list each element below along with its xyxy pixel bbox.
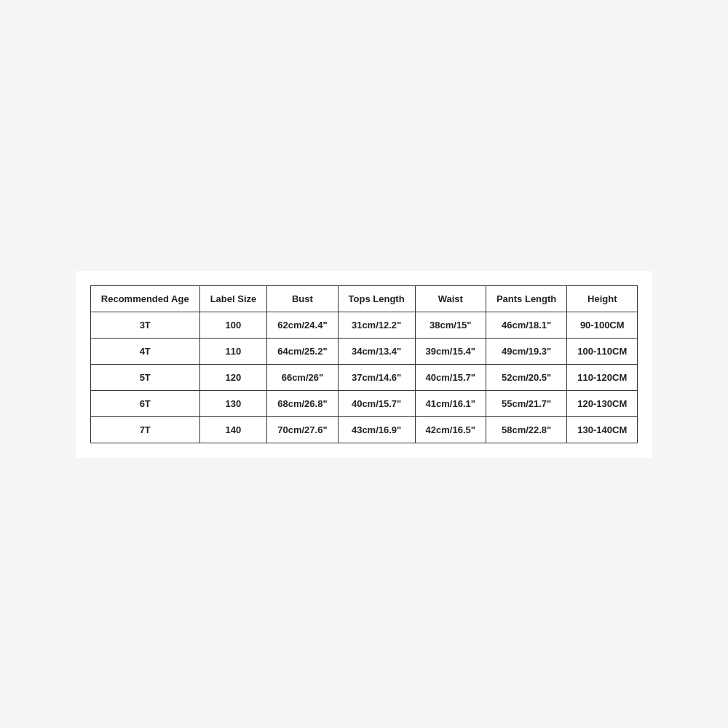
cell-r4-c1: 140 <box>199 416 267 443</box>
cell-r1-c0: 4T <box>90 338 199 364</box>
header-col-0: Recommended Age <box>90 285 199 312</box>
cell-r0-c3: 31cm/12.2" <box>338 312 415 338</box>
cell-r1-c3: 34cm/13.4" <box>338 338 415 364</box>
cell-r1-c5: 49cm/19.3" <box>486 338 566 364</box>
cell-r1-c2: 64cm/25.2" <box>267 338 338 364</box>
cell-r0-c6: 90-100CM <box>567 312 638 338</box>
cell-r3-c4: 41cm/16.1" <box>415 390 486 416</box>
cell-r2-c1: 120 <box>199 364 267 390</box>
cell-r2-c2: 66cm/26" <box>267 364 338 390</box>
cell-r3-c2: 68cm/26.8" <box>267 390 338 416</box>
table-body: 3T10062cm/24.4"31cm/12.2"38cm/15"46cm/18… <box>90 312 637 443</box>
cell-r3-c1: 130 <box>199 390 267 416</box>
cell-r2-c3: 37cm/14.6" <box>338 364 415 390</box>
cell-r4-c2: 70cm/27.6" <box>267 416 338 443</box>
table-row: 3T10062cm/24.4"31cm/12.2"38cm/15"46cm/18… <box>90 312 637 338</box>
header-col-1: Label Size <box>199 285 267 312</box>
cell-r0-c4: 38cm/15" <box>415 312 486 338</box>
cell-r4-c4: 42cm/16.5" <box>415 416 486 443</box>
cell-r2-c5: 52cm/20.5" <box>486 364 566 390</box>
cell-r4-c3: 43cm/16.9" <box>338 416 415 443</box>
cell-r3-c3: 40cm/15.7" <box>338 390 415 416</box>
cell-r2-c4: 40cm/15.7" <box>415 364 486 390</box>
cell-r0-c2: 62cm/24.4" <box>267 312 338 338</box>
table-header-row: Recommended AgeLabel SizeBustTops Length… <box>90 285 637 312</box>
cell-r0-c1: 100 <box>199 312 267 338</box>
cell-r4-c5: 58cm/22.8" <box>486 416 566 443</box>
header-col-3: Tops Length <box>338 285 415 312</box>
size-chart-container: Recommended AgeLabel SizeBustTops Length… <box>76 271 652 458</box>
cell-r1-c1: 110 <box>199 338 267 364</box>
cell-r2-c0: 5T <box>90 364 199 390</box>
cell-r1-c6: 100-110CM <box>567 338 638 364</box>
cell-r1-c4: 39cm/15.4" <box>415 338 486 364</box>
cell-r3-c0: 6T <box>90 390 199 416</box>
cell-r4-c0: 7T <box>90 416 199 443</box>
table-row: 7T14070cm/27.6"43cm/16.9"42cm/16.5"58cm/… <box>90 416 637 443</box>
table-row: 6T13068cm/26.8"40cm/15.7"41cm/16.1"55cm/… <box>90 390 637 416</box>
header-col-6: Height <box>567 285 638 312</box>
size-chart-table: Recommended AgeLabel SizeBustTops Length… <box>90 285 638 443</box>
cell-r3-c5: 55cm/21.7" <box>486 390 566 416</box>
cell-r2-c6: 110-120CM <box>567 364 638 390</box>
header-col-5: Pants Length <box>486 285 566 312</box>
cell-r0-c5: 46cm/18.1" <box>486 312 566 338</box>
cell-r3-c6: 120-130CM <box>567 390 638 416</box>
table-row: 4T11064cm/25.2"34cm/13.4"39cm/15.4"49cm/… <box>90 338 637 364</box>
cell-r0-c0: 3T <box>90 312 199 338</box>
header-col-4: Waist <box>415 285 486 312</box>
table-row: 5T12066cm/26"37cm/14.6"40cm/15.7"52cm/20… <box>90 364 637 390</box>
header-col-2: Bust <box>267 285 338 312</box>
cell-r4-c6: 130-140CM <box>567 416 638 443</box>
